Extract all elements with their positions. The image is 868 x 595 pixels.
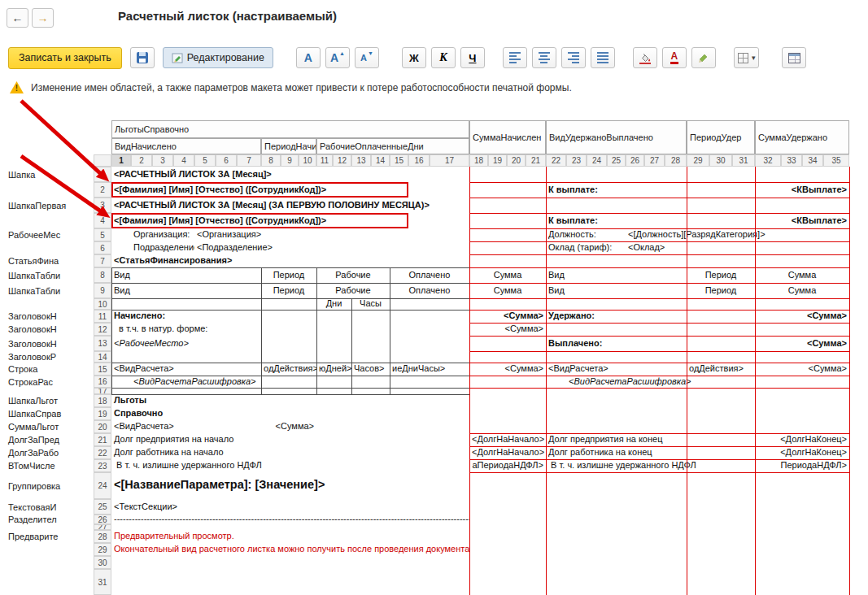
column-header[interactable]: 12: [333, 154, 351, 167]
grid-cell[interactable]: Сумма: [469, 283, 546, 298]
row-area-name[interactable]: ШапкаТабли: [7, 283, 94, 298]
grid-cell[interactable]: В т. ч. излишне удержанного НДФЛ: [111, 459, 469, 472]
row-header[interactable]: 29: [94, 543, 111, 556]
align-center-button[interactable]: [532, 47, 556, 68]
column-header[interactable]: 31: [732, 154, 755, 167]
grid-cell[interactable]: Вид: [111, 267, 261, 283]
font-button[interactable]: А: [296, 47, 321, 68]
grid-cell[interactable]: Период: [687, 283, 755, 298]
column-header[interactable]: 23: [566, 154, 587, 167]
grid-cell[interactable]: Оплачено: [390, 283, 469, 298]
row-header[interactable]: 31: [94, 569, 111, 595]
column-header[interactable]: 29: [687, 154, 709, 167]
column-header[interactable]: 26: [626, 154, 644, 167]
column-header[interactable]: 28: [665, 154, 687, 167]
row-header[interactable]: 15: [94, 363, 111, 376]
align-justify-button[interactable]: [591, 47, 615, 68]
column-header[interactable]: 20: [507, 154, 526, 167]
grid-cell[interactable]: Долг предприятия на начало: [111, 433, 469, 446]
grid-cell[interactable]: <СтатьяФинансирования>: [111, 254, 469, 267]
grid-cell[interactable]: <РАСЧЕТНЫЙ ЛИСТОК ЗА [Месяц] (ЗА ПЕРВУЮ …: [111, 198, 469, 213]
grid-cell[interactable]: <Сумма>: [469, 363, 546, 376]
column-header[interactable]: 21: [526, 154, 546, 167]
grid-cell[interactable]: В т. ч. излишне удержанного НДФЛ: [546, 459, 755, 472]
grid-cell[interactable]: Сумма: [755, 283, 849, 298]
cells-format-button[interactable]: [782, 47, 806, 68]
column-header[interactable]: 3: [152, 154, 173, 167]
column-area-name[interactable]: ВидНачислено: [111, 138, 261, 154]
grid-cell[interactable]: <[Должность][РазрядКатегория]>: [626, 228, 849, 241]
grid-cell[interactable]: Период: [261, 267, 316, 283]
row-area-name[interactable]: ШапкаПервая: [7, 198, 94, 213]
grid-cell[interactable]: ----------------------------------------…: [111, 515, 469, 524]
grid-cell[interactable]: одДействия>: [261, 363, 316, 376]
grid-cell[interactable]: <Сумма>: [469, 323, 546, 336]
grid-cell[interactable]: Часы: [351, 298, 390, 310]
grid-cell[interactable]: Должность:: [546, 228, 626, 241]
column-header[interactable]: 25: [607, 154, 626, 167]
grid-cell[interactable]: Долг предприятия на конец: [546, 433, 755, 446]
grid-cell[interactable]: Оклад (тариф):: [546, 241, 626, 254]
row-header[interactable]: 8: [94, 267, 111, 283]
grid-cell[interactable]: Вид: [111, 283, 261, 298]
row-area-name[interactable]: СтатьяФина: [7, 254, 94, 267]
column-header[interactable]: 30: [709, 154, 732, 167]
column-header[interactable]: 7: [237, 154, 261, 167]
grid-cell[interactable]: <ТекстСекции>: [111, 499, 469, 515]
grid-cell[interactable]: <ВидРасчетаРасшифровка>: [131, 376, 469, 388]
grid-cell[interactable]: Начислено:: [111, 310, 261, 323]
grid-cell[interactable]: Период: [687, 267, 755, 283]
row-area-name[interactable]: Предварите: [7, 530, 94, 543]
align-left-button[interactable]: [503, 47, 527, 68]
row-header[interactable]: 24: [94, 472, 111, 499]
grid-cell[interactable]: <Сумма>: [261, 420, 316, 433]
grid-cell[interactable]: Подразделение:: [131, 241, 194, 254]
grid-cell[interactable]: <[Фамилия] [Имя] [Отчество] ([СотрудникК…: [111, 182, 408, 198]
column-area-name[interactable]: СуммаНачислен: [469, 120, 546, 154]
row-header[interactable]: 17: [94, 388, 111, 394]
column-header[interactable]: 35: [823, 154, 849, 167]
grid-cell[interactable]: <КВыплате>: [755, 182, 849, 198]
grid-cell[interactable]: <ДолгНаНачало>: [469, 446, 546, 459]
grid-cell[interactable]: <Подразделение>: [194, 241, 469, 254]
column-area-name[interactable]: ЛьготыСправочно: [111, 120, 469, 138]
grid-cell[interactable]: ПериодаНДФЛ>: [755, 459, 849, 472]
grid-cell[interactable]: <Сумма>: [755, 363, 849, 376]
grid-cell[interactable]: <[Фамилия] [Имя] [Отчество] ([СотрудникК…: [111, 213, 408, 228]
column-header[interactable]: 10: [299, 154, 316, 167]
spreadsheet[interactable]: ЛьготыСправочноСуммаНачисленВидУдержаноВ…: [7, 120, 849, 595]
row-area-name[interactable]: СтрокаРас: [7, 376, 94, 388]
row-area-name[interactable]: ШапкаТабли: [7, 267, 94, 283]
row-area-name[interactable]: ЗаголовокН: [7, 310, 94, 323]
grid-cell[interactable]: <Сумма>: [755, 336, 849, 351]
row-header[interactable]: 27: [94, 524, 111, 530]
grid-cell[interactable]: <ДолгНаНачало>: [469, 433, 546, 446]
grid-cell[interactable]: Рабочие: [316, 267, 390, 283]
bold-button[interactable]: Ж: [402, 47, 426, 68]
grid-cell[interactable]: Долг работника на начало: [111, 446, 469, 459]
grid-cell[interactable]: <Сумма>: [469, 310, 546, 323]
row-area-name[interactable]: Группировка: [7, 472, 94, 499]
grid-cell[interactable]: <ВидРасчета>: [111, 420, 261, 433]
row-area-name[interactable]: ДолгЗаПред: [7, 433, 94, 446]
grid-cell[interactable]: Окончательный вид расчетного листка можн…: [111, 543, 469, 556]
grid-cell[interactable]: Организация:: [131, 228, 194, 241]
row-header[interactable]: 20: [94, 420, 111, 433]
grid-cell[interactable]: Предварительный просмотр.: [111, 530, 469, 543]
forward-button[interactable]: →: [32, 8, 54, 28]
row-header[interactable]: 23: [94, 459, 111, 472]
column-header[interactable]: 5: [194, 154, 216, 167]
row-header[interactable]: 7: [94, 254, 111, 267]
grid-cell[interactable]: Справочно: [111, 407, 469, 420]
highlight-button[interactable]: [691, 47, 716, 68]
row-header[interactable]: 9: [94, 283, 111, 298]
row-header[interactable]: 2: [94, 182, 111, 198]
column-header[interactable]: 16: [408, 154, 430, 167]
column-header[interactable]: 24: [587, 154, 607, 167]
column-header[interactable]: 11: [316, 154, 333, 167]
column-header[interactable]: 6: [216, 154, 237, 167]
column-header[interactable]: 9: [281, 154, 299, 167]
column-header[interactable]: 1: [111, 154, 131, 167]
row-header[interactable]: 1: [94, 167, 111, 182]
underline-button[interactable]: Ч: [460, 47, 485, 68]
